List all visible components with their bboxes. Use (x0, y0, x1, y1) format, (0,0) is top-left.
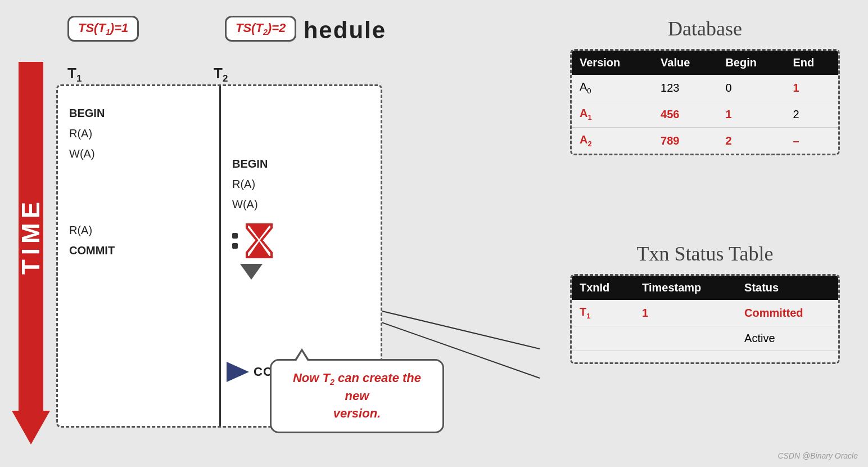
db-row-1-version: A1 (572, 101, 653, 128)
db-col-value: Value (653, 51, 717, 75)
down-chevron (240, 264, 263, 280)
txn-row-1: Active (572, 326, 838, 351)
t1-w1: W(A) (69, 143, 193, 164)
time-arrow-tip (12, 411, 50, 444)
hourglass-icon (245, 223, 274, 258)
t2-r1: R(A) (232, 174, 356, 194)
txn-row-0-ts: 1 (634, 300, 736, 326)
txn-row-0-id: T1 (572, 300, 634, 326)
txn-row-1-id (572, 326, 634, 351)
wait-dot-2 (232, 243, 238, 249)
txn-row-0-status: Committed (736, 300, 838, 326)
txn-section: Txn Status Table TxnId Timestamp Status … (570, 242, 840, 364)
t1-commit: COMMIT (69, 240, 193, 261)
database-table-container: Version Value Begin End A0 123 0 1 A1 45… (570, 49, 840, 155)
commit-arrow-shape (227, 362, 249, 382)
db-row-2-begin: 2 (717, 128, 785, 154)
db-row-0-version: A0 (572, 75, 653, 101)
db-header-row: Version Value Begin End (572, 51, 838, 75)
database-table: Version Value Begin End A0 123 0 1 A1 45… (572, 51, 838, 154)
txn-row-2-ts (634, 351, 736, 363)
txn-col-status: Status (736, 276, 838, 300)
watermark: CSDN @Binary Oracle (777, 451, 858, 460)
ts1-bubble: TS(T1)=1 (67, 16, 139, 42)
txn-row-2-status (736, 351, 838, 363)
db-row-0-begin: 0 (717, 75, 785, 101)
wait-section (232, 223, 356, 258)
wait-dots (232, 233, 238, 249)
db-row-2: A2 789 2 – (572, 128, 838, 154)
t1-label: T1 (67, 65, 82, 84)
txn-header-row: TxnId Timestamp Status (572, 276, 838, 300)
svg-point-5 (252, 252, 266, 256)
txn-col-id: TxnId (572, 276, 634, 300)
t1-begin: BEGIN (69, 103, 193, 123)
t1-r1: R(A) (69, 123, 193, 143)
txn-row-1-ts (634, 326, 736, 351)
txn-col-timestamp: Timestamp (634, 276, 736, 300)
db-col-end: End (785, 51, 838, 75)
time-arrow: TIME (11, 62, 51, 444)
txn-row-2-id (572, 351, 634, 363)
txn-row-1-status: Active (736, 326, 838, 351)
database-section: Database Version Value Begin End A0 123 … (570, 17, 840, 155)
db-row-0-end: 1 (785, 75, 838, 101)
db-row-1: A1 456 1 2 (572, 101, 838, 128)
txn-row-2 (572, 351, 838, 363)
db-row-0-value: 123 (653, 75, 717, 101)
svg-marker-3 (249, 226, 269, 239)
db-col-begin: Begin (717, 51, 785, 75)
t1-operations: BEGIN R(A) W(A) R(A) COMMIT (69, 103, 193, 261)
wait-dot-1 (232, 233, 238, 239)
db-row-1-value: 456 (653, 101, 717, 128)
db-row-1-begin: 1 (717, 101, 785, 128)
txn-title: Txn Status Table (570, 242, 840, 266)
db-col-version: Version (572, 51, 653, 75)
db-row-2-value: 789 (653, 128, 717, 154)
db-row-2-version: A2 (572, 128, 653, 154)
time-label: TIME (17, 197, 45, 275)
page-title: hedule (157, 17, 386, 44)
t2-label: T2 (214, 65, 228, 84)
db-row-0: A0 123 0 1 (572, 75, 838, 101)
txn-table: TxnId Timestamp Status T1 1 Committed Ac… (572, 276, 838, 362)
txn-table-container: TxnId Timestamp Status T1 1 Committed Ac… (570, 274, 840, 364)
db-row-1-end: 2 (785, 101, 838, 128)
db-row-2-end: – (785, 128, 838, 154)
txn-row-0: T1 1 Committed (572, 300, 838, 326)
t2-operations: BEGIN R(A) W(A) (232, 103, 356, 280)
database-title: Database (570, 17, 840, 41)
t2-begin: BEGIN (232, 154, 356, 174)
schedule-divider (219, 86, 221, 426)
t2-w1: W(A) (232, 194, 356, 214)
speech-bubble: Now T2 can create the newversion. (270, 359, 444, 433)
t1-r2: R(A) (69, 220, 193, 240)
down-arrow (240, 264, 356, 280)
